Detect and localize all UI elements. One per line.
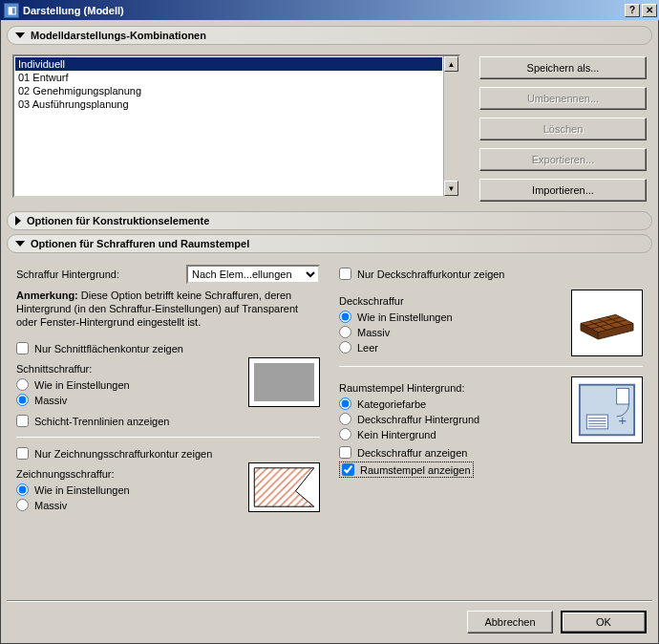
help-button[interactable]: ? xyxy=(625,4,640,17)
left-column: Schraffur Hintergrund: Nach Elem...ellun… xyxy=(16,265,320,514)
cancel-button[interactable]: Abbrechen xyxy=(467,611,553,633)
section-label: Modelldarstellungs-Kombinationen xyxy=(31,30,206,41)
list-item[interactable]: 02 Genehmigungsplanung xyxy=(15,84,442,97)
draft-fill-label: Zeichnungsschraffur: xyxy=(16,468,241,480)
show-cover-checkbox[interactable]: Deckschraffur anzeigen xyxy=(339,446,563,459)
draft-fill-preview xyxy=(248,462,320,512)
list-item[interactable]: 01 Entwurf xyxy=(15,71,442,84)
scroll-down-icon[interactable]: ▼ xyxy=(444,181,458,196)
app-icon: ◧ xyxy=(4,3,19,18)
rename-button[interactable]: Umbenennen... xyxy=(479,87,647,110)
zone-preview: + xyxy=(571,376,643,443)
button-column: Speichern als... Umbenennen... Löschen E… xyxy=(479,54,647,202)
section-header-combinations[interactable]: Modelldarstellungs-Kombinationen xyxy=(7,26,652,45)
chevron-down-icon xyxy=(15,32,25,38)
cut-fill-preview xyxy=(248,357,320,407)
zone-background-label: Raumstempel Hintergrund: xyxy=(339,382,563,394)
note-text: Anmerkung: Diese Option betrifft keine S… xyxy=(16,290,303,329)
combinations-listbox[interactable]: Individuell 01 Entwurf 02 Genehmigungspl… xyxy=(12,54,460,198)
right-column: Nur Deckschraffurkontur zeigen Deckschra… xyxy=(339,265,643,514)
show-stamp-checkbox[interactable]: Raumstempel anzeigen xyxy=(342,463,471,476)
dialog-client: Modelldarstellungs-Kombinationen Individ… xyxy=(0,20,659,644)
import-button[interactable]: Importieren... xyxy=(479,179,647,202)
zone-bg-none-radio[interactable]: Kein Hintergrund xyxy=(339,428,563,440)
save-as-button[interactable]: Speichern als... xyxy=(479,56,647,79)
scroll-up-icon[interactable]: ▲ xyxy=(444,56,458,72)
cover-fill-label: Deckschraffur xyxy=(339,295,563,307)
fill-background-select[interactable]: Nach Elem...ellungen xyxy=(186,265,320,284)
cover-fill-solid-radio[interactable]: Massiv xyxy=(339,326,563,338)
dialog-footer: Abbrechen OK xyxy=(7,600,652,637)
list-item[interactable]: Individuell xyxy=(15,57,442,71)
cover-fill-preview xyxy=(571,290,643,356)
section-label: Optionen für Konstruktionselemente xyxy=(27,215,209,226)
divider xyxy=(16,437,320,438)
chevron-right-icon xyxy=(15,216,21,225)
close-button[interactable]: ✕ xyxy=(642,4,657,17)
draft-contour-only-checkbox[interactable]: Nur Zeichnungsschraffurkontur zeigen xyxy=(16,447,320,460)
export-button[interactable]: Exportieren... xyxy=(479,148,647,171)
svg-rect-10 xyxy=(617,388,629,404)
cut-fill-solid-radio[interactable]: Massiv xyxy=(16,394,241,406)
chevron-down-icon xyxy=(15,241,25,247)
zone-bg-category-radio[interactable]: Kategoriefarbe xyxy=(339,397,563,410)
layer-separators-checkbox[interactable]: Schicht-Trennlinien anzeigen xyxy=(16,415,320,427)
section-body-combinations: Individuell 01 Entwurf 02 Genehmigungspl… xyxy=(7,49,652,211)
cover-fill-as-settings-radio[interactable]: Wie in Einstellungen xyxy=(339,311,563,323)
scrollbar[interactable]: ▲ ▼ xyxy=(443,56,458,196)
section-header-fills[interactable]: Optionen für Schraffuren und Raumstempel xyxy=(7,234,652,253)
cover-contour-only-checkbox[interactable]: Nur Deckschraffurkontur zeigen xyxy=(339,268,643,280)
zone-bg-cover-radio[interactable]: Deckschraffur Hintergrund xyxy=(339,413,563,425)
list-item[interactable]: 03 Ausführungsplanung xyxy=(15,97,442,111)
show-stamp-checkbox-wrapper: Raumstempel anzeigen xyxy=(339,462,474,478)
cut-fill-as-settings-radio[interactable]: Wie in Einstellungen xyxy=(16,378,241,391)
cut-fill-label: Schnittschraffur: xyxy=(16,363,241,375)
section-header-construction[interactable]: Optionen für Konstruktionselemente xyxy=(7,211,652,230)
delete-button[interactable]: Löschen xyxy=(479,118,647,140)
ok-button[interactable]: OK xyxy=(561,611,647,633)
title-bar: ◧ Darstellung (Modell) ? ✕ xyxy=(0,0,659,20)
section-label: Optionen für Schraffuren und Raumstempel xyxy=(31,238,249,249)
cover-fill-empty-radio[interactable]: Leer xyxy=(339,341,563,354)
window-title: Darstellung (Modell) xyxy=(23,5,124,16)
draft-fill-solid-radio[interactable]: Massiv xyxy=(16,499,241,511)
draft-fill-as-settings-radio[interactable]: Wie in Einstellungen xyxy=(16,483,241,496)
cut-contour-only-checkbox[interactable]: Nur Schnittflächenkontur zeigen xyxy=(16,342,320,354)
svg-marker-0 xyxy=(254,468,314,506)
section-body-fills: Schraffur Hintergrund: Nach Elem...ellun… xyxy=(7,257,652,522)
svg-rect-11 xyxy=(586,415,607,429)
svg-text:+: + xyxy=(619,413,627,428)
divider xyxy=(339,366,643,367)
fill-background-label: Schraffur Hintergrund: xyxy=(16,268,119,280)
